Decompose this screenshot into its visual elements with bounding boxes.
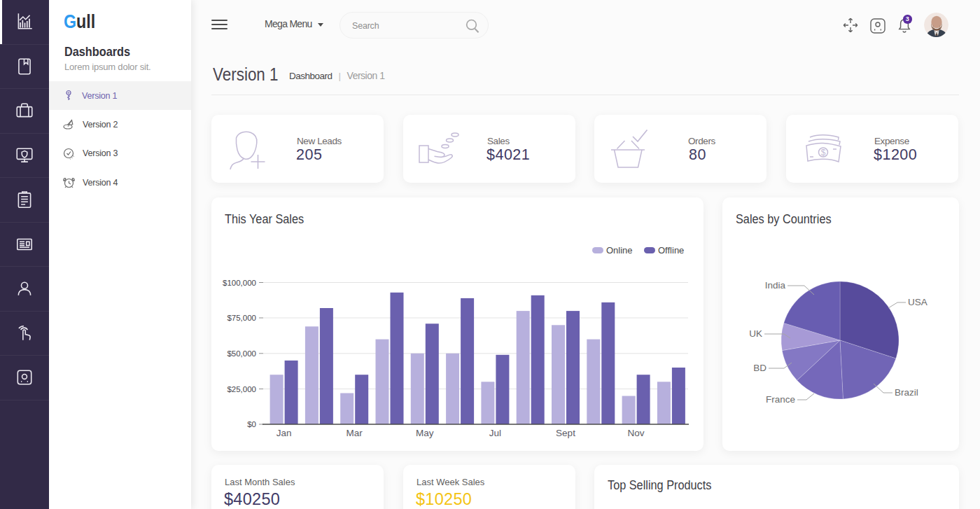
svg-text:$75,000: $75,000 (227, 314, 256, 322)
svg-text:India: India (765, 280, 786, 291)
svg-text:$25,000: $25,000 (227, 385, 256, 393)
svg-text:Jul: Jul (489, 428, 501, 438)
svg-text:Jan: Jan (276, 428, 292, 438)
svg-text:$100,000: $100,000 (223, 279, 256, 287)
svg-text:Nov: Nov (628, 428, 645, 438)
svg-text:Online: Online (606, 245, 633, 256)
svg-text:USA: USA (908, 297, 927, 307)
svg-text:May: May (416, 428, 434, 438)
svg-text:$: $ (821, 148, 826, 158)
svg-text:France: France (766, 394, 795, 405)
svg-text:Offline: Offline (658, 245, 684, 256)
svg-text:$50,000: $50,000 (227, 349, 256, 358)
svg-text:UK: UK (749, 328, 762, 339)
svg-text:Brazil: Brazil (895, 387, 918, 398)
svg-text:BD: BD (753, 363, 766, 373)
svg-text:Mar: Mar (346, 428, 363, 438)
svg-text:$0: $0 (247, 420, 256, 428)
svg-text:Sept: Sept (556, 428, 575, 438)
